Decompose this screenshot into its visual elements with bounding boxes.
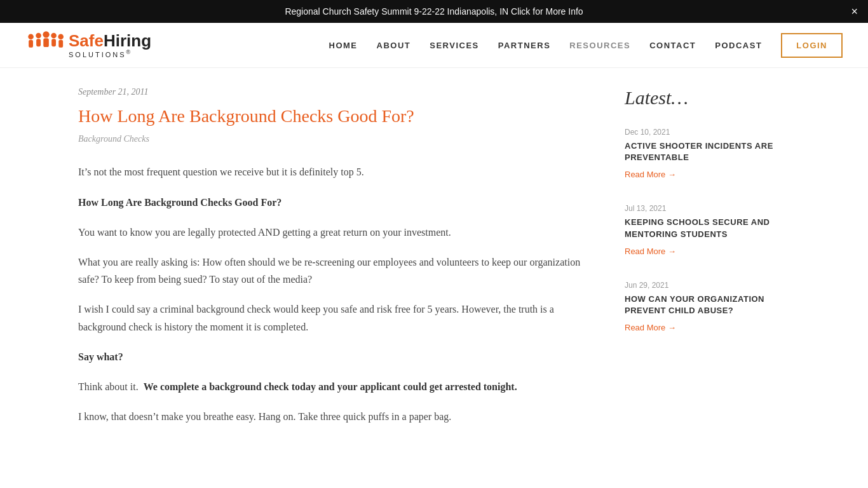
article-para-4: What you are really asking is: How often…	[78, 254, 587, 288]
login-button[interactable]: LOGIN	[781, 33, 843, 58]
sidebar-post-2: Jul 13, 2021 KEEPING SCHOOLS SECURE AND …	[625, 204, 783, 262]
logo-text: SafeHiring Solutions®	[69, 32, 151, 58]
sidebar-post-2-read-more[interactable]: Read More →	[625, 247, 676, 256]
svg-rect-1	[29, 40, 33, 48]
main-nav: HOME ABOUT SERVICES PARTNERS RESOURCES C…	[329, 33, 843, 58]
svg-point-8	[58, 34, 64, 39]
article-bold-heading: How Long Are Background Checks Good For?	[78, 197, 281, 208]
nav-home[interactable]: HOME	[329, 41, 358, 50]
svg-rect-3	[36, 39, 41, 46]
top-banner[interactable]: Regional Church Safety Summit 9-22-22 In…	[0, 0, 868, 23]
sidebar-post-3-date: Jun 29, 2021	[625, 281, 783, 290]
article-body: It’s not the most frequent question we r…	[78, 163, 587, 425]
svg-rect-5	[43, 38, 49, 47]
nav-resources[interactable]: RESOURCES	[569, 41, 630, 50]
sidebar-post-3: Jun 29, 2021 HOW CAN YOUR ORGANIZATION P…	[625, 281, 783, 339]
svg-point-6	[51, 33, 57, 39]
sidebar-post-2-title: KEEPING SCHOOLS SECURE AND MENTORING STU…	[625, 217, 783, 240]
sidebar-post-3-title: HOW CAN YOUR ORGANIZATION PREVENT CHILD …	[625, 294, 783, 316]
nav-podcast[interactable]: PODCAST	[715, 41, 762, 50]
sidebar-title: Latest…	[625, 87, 783, 109]
article-para-8: I know, that doesn’t make you breathe ea…	[78, 408, 587, 425]
sidebar-post-3-read-more[interactable]: Read More →	[625, 323, 676, 332]
article-para-2: How Long Are Background Checks Good For?	[78, 194, 587, 211]
nav-contact[interactable]: CONTACT	[649, 41, 696, 50]
logo[interactable]: SafeHiring Solutions®	[25, 29, 151, 61]
article-category: Background Checks	[78, 134, 587, 144]
article-title: How Long Are Background Checks Good For?	[78, 105, 587, 128]
article-say-what: Say what?	[78, 351, 123, 362]
sidebar: Latest… Dec 10, 2021 ACTIVE SHOOTER INCI…	[625, 87, 783, 438]
nav-services[interactable]: SERVICES	[430, 41, 479, 50]
sidebar-post-2-date: Jul 13, 2021	[625, 204, 783, 213]
sidebar-post-1: Dec 10, 2021 ACTIVE SHOOTER INCIDENTS AR…	[625, 128, 783, 186]
svg-rect-9	[58, 40, 63, 48]
logo-safe: SafeHiring	[69, 31, 151, 50]
article-para-5: I wish I could say a criminal background…	[78, 301, 587, 335]
svg-point-2	[36, 33, 41, 39]
sidebar-post-1-title: ACTIVE SHOOTER INCIDENTS ARE PREVENTABLE	[625, 140, 783, 163]
article-date: September 21, 2011	[78, 87, 587, 97]
article-para-6: Say what?	[78, 348, 587, 365]
banner-text: Regional Church Safety Summit 9-22-22 In…	[285, 6, 583, 17]
svg-point-0	[28, 34, 34, 39]
sidebar-post-1-read-more[interactable]: Read More →	[625, 170, 676, 179]
logo-icon	[25, 29, 64, 61]
article-para-1: It’s not the most frequent question we r…	[78, 163, 587, 180]
svg-rect-7	[51, 39, 56, 46]
logo-solutions: Solutions®	[69, 50, 151, 58]
nav-partners[interactable]: PARTNERS	[498, 41, 551, 50]
article-bold-line: We complete a background check today and…	[144, 381, 517, 392]
page-body: September 21, 2011 How Long Are Backgrou…	[53, 68, 815, 457]
article-para-3: You want to know you are legally protect…	[78, 224, 587, 241]
sidebar-post-1-date: Dec 10, 2021	[625, 128, 783, 137]
svg-point-4	[43, 31, 49, 37]
article: September 21, 2011 How Long Are Backgrou…	[78, 87, 587, 438]
close-banner-button[interactable]: ×	[851, 5, 858, 18]
nav-about[interactable]: ABOUT	[377, 41, 411, 50]
article-para-7: Think about it. We complete a background…	[78, 378, 587, 395]
header: SafeHiring Solutions® HOME ABOUT SERVICE…	[0, 23, 868, 68]
logo-registered: ®	[126, 49, 133, 55]
